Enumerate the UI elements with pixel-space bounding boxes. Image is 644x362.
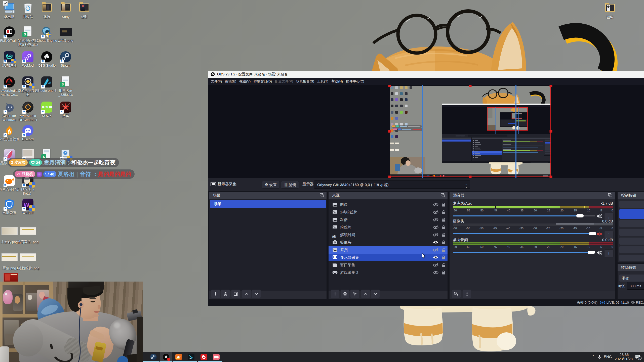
svg-text:1: 1 bbox=[639, 357, 640, 360]
